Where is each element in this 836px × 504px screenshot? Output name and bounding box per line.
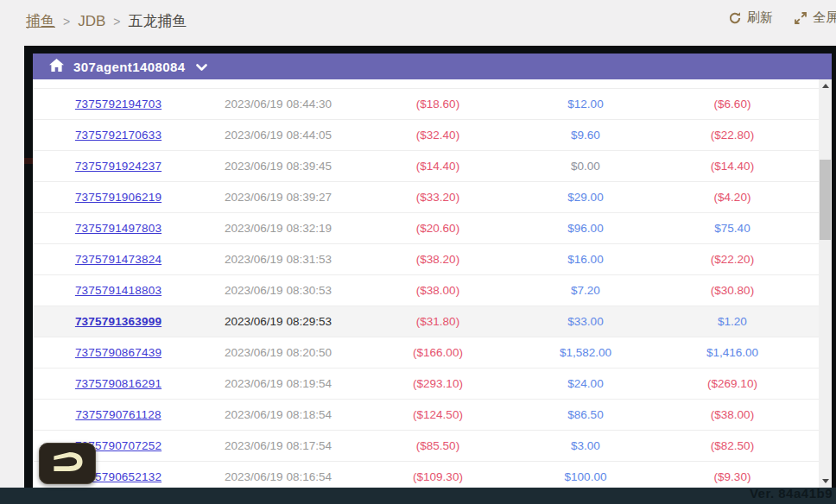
breadcrumb-item-current: 五龙捕鱼	[129, 11, 187, 31]
win-amount: $1,582.00	[523, 346, 648, 359]
fullscreen-icon	[794, 11, 808, 25]
table-row: 7375791363999 2023/06/19 08:29:53 ($31.8…	[33, 306, 819, 337]
bet-amount: ($20.60)	[352, 222, 523, 235]
refresh-button[interactable]: 刷新	[728, 9, 773, 26]
transaction-id-link[interactable]: 7375791473824	[75, 253, 162, 266]
table-row: 7375790652132 2023/06/19 08:16:54 ($109.…	[33, 462, 819, 488]
home-icon[interactable]	[49, 59, 64, 75]
table-row: 7375791906219 2023/06/19 08:39:27 ($33.2…	[33, 182, 819, 213]
bet-amount: ($32.40)	[352, 129, 523, 142]
net-amount: ($6.60)	[648, 98, 817, 110]
transaction-datetime: 2023/06/19 08:31:53	[204, 253, 352, 266]
net-amount: ($14.40)	[648, 160, 817, 173]
win-amount: $0.00	[523, 160, 648, 173]
scrollbar-up-arrow[interactable]	[819, 79, 832, 92]
top-actions: 刷新 全屏	[728, 9, 836, 26]
transaction-id-link[interactable]: 7375791363999	[75, 315, 162, 328]
fullscreen-label: 全屏	[813, 9, 836, 26]
transaction-id-link[interactable]: 7375790867439	[75, 346, 162, 359]
win-amount: $7.20	[523, 284, 648, 297]
brand-logo-button[interactable]	[39, 443, 96, 484]
fullscreen-button[interactable]: 全屏	[794, 9, 836, 26]
transaction-datetime: 2023/06/19 08:32:19	[204, 222, 352, 235]
transaction-id-link[interactable]: 7375790761128	[75, 408, 161, 421]
table-row: 7375792489251 2023/06/19 08:45:32 ($32.7…	[33, 79, 819, 89]
agent-selector[interactable]: 307agent1408084	[73, 60, 185, 74]
transaction-datetime: 2023/06/19 08:39:45	[204, 160, 352, 173]
bet-amount: ($109.30)	[352, 470, 523, 483]
breadcrumb-item-fishing[interactable]: 捕鱼	[26, 11, 55, 31]
net-amount: ($4.20)	[648, 191, 817, 204]
agent-header-bar: 307agent1408084	[33, 54, 832, 79]
chevron-down-icon[interactable]	[196, 60, 207, 75]
backdrop-artifact	[24, 158, 33, 164]
table-row: 7375791924237 2023/06/19 08:39:45 ($14.4…	[33, 151, 819, 182]
win-amount: $9.60	[523, 129, 648, 142]
net-amount: $1.20	[648, 315, 817, 328]
bet-amount: ($293.10)	[352, 377, 523, 390]
table-row: 7375790867439 2023/06/19 08:20:50 ($166.…	[33, 337, 819, 369]
transaction-id-link[interactable]: 7375791497803	[75, 222, 162, 235]
refresh-icon	[728, 11, 742, 25]
transaction-datetime: 2023/06/19 08:44:05	[204, 129, 352, 142]
bottom-band: Ver. 84a41b9	[0, 488, 836, 504]
brand-logo-icon	[50, 450, 85, 476]
table-scrollbar[interactable]	[819, 79, 832, 488]
win-amount: $100.00	[523, 470, 648, 483]
table-row: 7375792170633 2023/06/19 08:44:05 ($32.4…	[33, 120, 819, 151]
transaction-datetime: 2023/06/19 08:18:54	[204, 408, 352, 421]
bet-amount: ($18.60)	[352, 98, 523, 110]
net-amount: ($22.20)	[648, 253, 817, 266]
bet-amount: ($124.50)	[352, 408, 523, 421]
breadcrumb-separator: >	[63, 15, 70, 28]
scrollbar-thumb[interactable]	[820, 160, 831, 240]
net-amount: ($269.10)	[648, 377, 817, 390]
win-amount: $96.00	[523, 222, 648, 235]
version-label: Ver. 84a41b9	[750, 486, 833, 501]
bet-amount: ($38.00)	[352, 284, 523, 297]
net-amount: ($38.00)	[648, 408, 817, 421]
transaction-id-link[interactable]: 7375790816291	[75, 377, 162, 390]
net-amount: $75.40	[648, 222, 817, 235]
transaction-datetime: 2023/06/19 08:16:54	[204, 470, 352, 483]
breadcrumb-item-jdb[interactable]: JDB	[78, 13, 105, 30]
transactions-table: 7375792489251 2023/06/19 08:45:32 ($32.7…	[33, 79, 819, 488]
table-row: 7375792194703 2023/06/19 08:44:30 ($18.6…	[33, 89, 819, 120]
transaction-id-link[interactable]: 7375791418803	[75, 284, 162, 297]
transaction-datetime: 2023/06/19 08:30:53	[204, 284, 352, 297]
win-amount: $29.00	[523, 191, 648, 204]
net-amount: ($30.80)	[648, 284, 817, 297]
transaction-id-link[interactable]: 7375792194703	[75, 98, 162, 110]
breadcrumb: 捕鱼 > JDB > 五龙捕鱼	[26, 11, 187, 31]
transaction-datetime: 2023/06/19 08:17:54	[204, 439, 352, 452]
transaction-id-link[interactable]: 7375791906219	[75, 191, 162, 204]
bet-amount: ($33.20)	[352, 191, 523, 204]
bet-amount: ($85.50)	[352, 439, 523, 452]
report-panel: 307agent1408084 7375792489251 2023/06/19…	[33, 54, 832, 488]
bet-amount: ($166.00)	[352, 346, 523, 359]
table-row: 7375791497803 2023/06/19 08:32:19 ($20.6…	[33, 213, 819, 244]
win-amount: $12.00	[523, 98, 648, 110]
transaction-datetime: 2023/06/19 08:20:50	[204, 346, 352, 359]
transaction-id-link[interactable]: 7375791924237	[75, 160, 162, 173]
table-row: 7375790761128 2023/06/19 08:18:54 ($124.…	[33, 400, 819, 431]
net-amount: ($22.80)	[648, 129, 817, 142]
net-amount: $1,416.00	[648, 346, 817, 359]
transaction-datetime: 2023/06/19 08:39:27	[204, 191, 352, 204]
refresh-label: 刷新	[747, 9, 773, 26]
transaction-id-link[interactable]: 7375792170633	[75, 129, 162, 142]
table-row: 7375790816291 2023/06/19 08:19:54 ($293.…	[33, 369, 819, 400]
top-bar: 捕鱼 > JDB > 五龙捕鱼 刷新 全屏	[0, 0, 836, 46]
win-amount: $86.50	[523, 408, 648, 421]
win-amount: $24.00	[523, 377, 648, 390]
bet-amount: ($14.40)	[352, 160, 523, 173]
win-amount: $33.00	[523, 315, 648, 328]
transaction-datetime: 2023/06/19 08:19:54	[204, 377, 352, 390]
net-amount: ($82.50)	[648, 439, 817, 452]
breadcrumb-separator: >	[113, 15, 120, 28]
win-amount: $3.00	[523, 439, 648, 452]
net-amount: ($9.30)	[648, 470, 817, 483]
table-row: 7375790707252 2023/06/19 08:17:54 ($85.5…	[33, 431, 819, 462]
transaction-datetime: 2023/06/19 08:29:53	[204, 315, 352, 328]
bet-amount: ($31.80)	[352, 315, 523, 328]
